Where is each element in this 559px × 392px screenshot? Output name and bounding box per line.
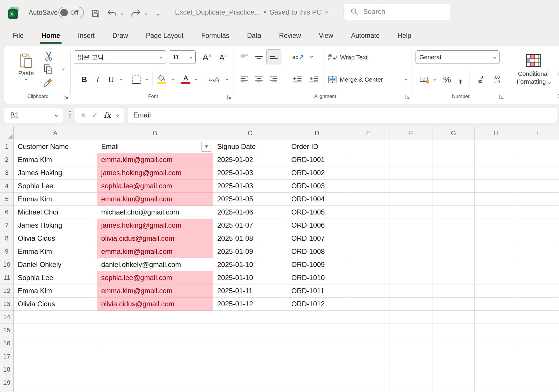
top-align-button[interactable] — [238, 51, 251, 64]
column-header-H[interactable]: H — [475, 126, 517, 140]
row-header-9[interactable]: 9 — [0, 245, 14, 258]
cell-G18[interactable] — [432, 363, 475, 376]
row-header-14[interactable]: 14 — [0, 311, 14, 324]
cell-A17[interactable] — [14, 350, 97, 363]
cell-A12[interactable]: Emma Kim — [14, 284, 97, 298]
cell-I19[interactable] — [517, 376, 559, 389]
cell-G19[interactable] — [432, 376, 475, 389]
cell-C16[interactable] — [213, 337, 287, 350]
cell-H18[interactable] — [475, 363, 517, 376]
cell-B13[interactable]: olivia.cidus@gmail.com — [97, 298, 213, 311]
cell-I8[interactable] — [517, 232, 559, 245]
cell-C11[interactable]: 2025-01-10 — [213, 271, 287, 284]
cell-F5[interactable] — [390, 193, 432, 206]
wrap-text-button[interactable]: ab c Wrap Text — [328, 51, 404, 64]
cell-D19[interactable] — [287, 376, 347, 389]
row-header-16[interactable]: 16 — [0, 337, 14, 350]
clear-formatting-dropdown[interactable] — [224, 75, 230, 82]
fill-color-button[interactable] — [155, 73, 168, 86]
tab-review[interactable]: Review — [278, 29, 302, 44]
cell-H4[interactable] — [475, 180, 517, 193]
font-size-combo[interactable]: 11 — [169, 50, 196, 64]
row-header-10[interactable]: 10 — [0, 258, 14, 271]
cell-E17[interactable] — [347, 350, 390, 363]
cell-F17[interactable] — [390, 350, 432, 363]
column-header-E[interactable]: E — [347, 126, 390, 140]
cell-I12[interactable] — [517, 284, 559, 298]
cell-I2[interactable] — [517, 153, 559, 166]
cell-D11[interactable]: ORD-1010 — [287, 271, 347, 284]
bold-button[interactable]: B — [78, 73, 90, 86]
cell-C6[interactable]: 2025-01-06 — [213, 206, 287, 219]
cell-D9[interactable]: ORD-1008 — [287, 245, 347, 258]
cell-I18[interactable] — [517, 363, 559, 376]
cell-I6[interactable] — [517, 206, 559, 219]
cell-F7[interactable] — [390, 219, 432, 232]
cell-E2[interactable] — [347, 153, 390, 166]
cell-F1[interactable] — [390, 140, 432, 153]
cell-H20[interactable] — [475, 389, 517, 392]
underline-dropdown[interactable] — [118, 75, 124, 82]
cell-E10[interactable] — [347, 258, 390, 271]
insert-function-icon[interactable]: fx — [104, 111, 111, 119]
cell-A9[interactable]: Emma Kim — [14, 245, 97, 258]
cell-E12[interactable] — [347, 284, 390, 298]
tab-page-layout[interactable]: Page Layout — [145, 29, 184, 44]
comma-style-button[interactable]: , — [455, 71, 466, 84]
orientation-button[interactable]: ab — [290, 50, 306, 64]
font-dialog-launcher[interactable] — [227, 94, 232, 100]
cell-C14[interactable] — [213, 311, 287, 324]
cell-B9[interactable]: emma.kim@gmail.com — [97, 245, 213, 258]
cell-C18[interactable] — [213, 363, 287, 376]
cell-I17[interactable] — [517, 350, 559, 363]
cell-H1[interactable] — [475, 140, 517, 153]
cell-E20[interactable] — [347, 389, 390, 392]
column-header-G[interactable]: G — [432, 126, 475, 140]
cell-C8[interactable]: 2025-01-08 — [213, 232, 287, 245]
decrease-decimal-button[interactable]: ←0.00 — [472, 73, 487, 86]
bottom-align-button-selected[interactable] — [266, 49, 281, 64]
cell-A1[interactable]: Customer Name — [14, 140, 97, 153]
cell-G13[interactable] — [432, 298, 475, 311]
search-input[interactable]: Search — [344, 3, 451, 20]
cell-B18[interactable] — [97, 363, 213, 376]
row-header-19[interactable]: 19 — [0, 376, 14, 389]
accounting-dropdown[interactable] — [431, 75, 438, 82]
cell-B2[interactable]: emma.kim@gmail.com — [97, 153, 213, 166]
cell-G5[interactable] — [432, 193, 475, 206]
redo-dropdown[interactable] — [143, 8, 149, 19]
clear-formatting-button[interactable]: abc A — [205, 73, 223, 86]
cell-C7[interactable]: 2025-01-07 — [213, 219, 287, 232]
cell-I15[interactable] — [517, 324, 559, 337]
cell-D16[interactable] — [287, 337, 347, 350]
cell-C4[interactable]: 2025-01-03 — [213, 180, 287, 193]
document-title[interactable]: Excel_Duplicate_Practice... • Saved to t… — [175, 8, 328, 16]
decrease-indent-button[interactable] — [290, 73, 305, 86]
paste-button[interactable]: Paste — [15, 49, 37, 84]
copy-button[interactable] — [42, 63, 55, 75]
cell-H15[interactable] — [475, 324, 517, 337]
underline-button[interactable]: U — [105, 73, 117, 86]
merge-center-button[interactable]: Merge & Center — [328, 73, 400, 86]
cell-D10[interactable]: ORD-1009 — [287, 258, 347, 271]
cell-B19[interactable] — [97, 376, 213, 389]
cell-F4[interactable] — [390, 180, 432, 193]
row-header-8[interactable]: 8 — [0, 232, 14, 245]
orientation-dropdown[interactable] — [308, 53, 315, 60]
cell-I14[interactable] — [517, 311, 559, 324]
number-format-combo[interactable]: General — [416, 50, 500, 64]
cell-C12[interactable]: 2025-01-11 — [213, 284, 287, 298]
tab-file[interactable]: File — [12, 29, 24, 44]
cell-G15[interactable] — [432, 324, 475, 337]
tab-draw[interactable]: Draw — [112, 29, 129, 44]
cell-E3[interactable] — [347, 166, 390, 180]
cell-B4[interactable]: sophia.lee@gmail.com — [97, 180, 213, 193]
column-header-B[interactable]: B — [97, 126, 213, 140]
font-name-combo[interactable]: 맑은 고딕 — [74, 50, 166, 64]
cell-A15[interactable] — [14, 324, 97, 337]
cell-F11[interactable] — [390, 271, 432, 284]
row-header-12[interactable]: 12 — [0, 284, 14, 298]
cell-I4[interactable] — [517, 180, 559, 193]
cell-E8[interactable] — [347, 232, 390, 245]
undo-button[interactable] — [106, 8, 118, 19]
